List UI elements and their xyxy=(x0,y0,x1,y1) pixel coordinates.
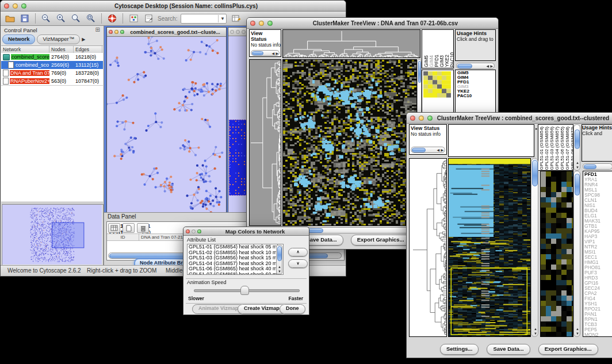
tv2-heatmap[interactable] xyxy=(448,158,531,337)
table-edit-icon[interactable] xyxy=(230,13,242,24)
close-button[interactable] xyxy=(230,30,234,34)
zoom-button[interactable] xyxy=(267,21,273,26)
vizmapper-icon[interactable] xyxy=(128,13,139,24)
select-attributes-icon[interactable] xyxy=(108,223,120,233)
tab-overflow-icon[interactable]: ▶ xyxy=(82,37,85,42)
scrollbar-thumb[interactable] xyxy=(575,174,580,196)
scrollbar-thumb[interactable] xyxy=(252,51,263,55)
dialog-titlebar[interactable]: Map Colors to Network xyxy=(183,227,309,236)
minimize-button[interactable] xyxy=(419,116,424,121)
tv1-heatmap[interactable] xyxy=(282,59,417,226)
network-list-row[interactable]: combined_sco 2569(6) 13112(15) xyxy=(1,61,103,69)
scroll-left-icon[interactable]: ◀ xyxy=(271,52,274,55)
network-list-row[interactable]: RNAPuberNov2+ 563(0) 107847(0) xyxy=(1,77,103,85)
main-titlebar[interactable]: Cytoscape Desktop (Session Name: collins… xyxy=(1,1,346,12)
attribute-list-item[interactable]: GPL51-04 (GSM857) heat shock 20 min xyxy=(188,261,283,267)
attribute-list-item[interactable]: GPL51-07 (GSM868) heat shock 60 min xyxy=(188,272,283,275)
tv2-row-dendrogram[interactable] xyxy=(409,158,447,337)
network-view-window[interactable]: combined_scores_good.txt--cluste... xyxy=(106,27,227,212)
tv2-labels-vscrollbar[interactable]: ▲ ▼ xyxy=(573,124,580,171)
zoom-button[interactable] xyxy=(197,229,201,233)
network-list-row[interactable]: combined_scores 2764(0) 16218(0) xyxy=(1,53,103,61)
network-overview-panel[interactable] xyxy=(2,204,104,266)
zoom-selected-icon[interactable] xyxy=(70,13,82,24)
tab-network[interactable]: Network xyxy=(2,35,35,44)
column-label[interactable]: GPL51-02 (GSM855) xyxy=(545,127,549,170)
network-canvas[interactable] xyxy=(107,37,226,212)
scrollbar-thumb[interactable] xyxy=(532,160,538,186)
minimize-button[interactable] xyxy=(114,30,118,34)
attribute-list-item[interactable]: GPL51-02 (GSM855) heat shock 10 min xyxy=(188,250,283,256)
scroll-up-icon[interactable]: ▲ xyxy=(576,161,579,164)
splitter-icon[interactable]: ▸ xyxy=(536,127,538,131)
zoom-button[interactable] xyxy=(427,116,433,121)
id-column-header[interactable]: ID xyxy=(107,234,139,240)
new-attribute-icon[interactable] xyxy=(123,223,135,233)
tv2-column-dendrogram[interactable] xyxy=(448,124,534,157)
scroll-down-icon[interactable]: ▼ xyxy=(534,332,537,335)
done-button[interactable]: Done xyxy=(280,304,305,314)
attribute-list-item[interactable]: GPL51-03 (GSM856) heat shock 15 min xyxy=(188,255,283,261)
column-label[interactable]: GIM5 xyxy=(424,55,429,67)
network-list-row[interactable]: DNA and Tran 07 769(0) 183728(0) xyxy=(1,69,103,77)
scrollbar-thumb[interactable] xyxy=(277,246,282,261)
column-label[interactable]: PFD1 xyxy=(434,55,439,67)
speed-slider-thumb[interactable] xyxy=(240,286,249,295)
col-network[interactable]: Network xyxy=(1,46,49,53)
attribute-list-scrollbar[interactable]: ▲ ▼ xyxy=(276,245,282,274)
attribute-list-item[interactable]: GPL51-06 (GSM865) heat shock 40 min xyxy=(188,266,283,272)
network-overview-canvas[interactable] xyxy=(2,205,102,265)
column-label[interactable]: GPL51-03 (GSM856) xyxy=(550,127,554,170)
scroll-left-icon[interactable]: ◀ xyxy=(486,64,489,68)
scrollbar-thumb[interactable] xyxy=(584,164,596,169)
scrollbar-thumb[interactable] xyxy=(457,64,472,68)
scroll-right-icon[interactable]: ▶ xyxy=(441,148,443,152)
column-label[interactable]: GIM4 xyxy=(429,55,434,67)
treeview2-titlebar[interactable]: ClusterMaker TreeView : combined_scores_… xyxy=(407,113,612,124)
tv2-hints-scrollbar[interactable] xyxy=(583,163,612,170)
help-ring-icon[interactable] xyxy=(106,13,118,24)
minimize-button[interactable] xyxy=(192,229,196,233)
animate-vizmap-button[interactable]: Animate Vizmap xyxy=(192,304,244,314)
tv1-column-dendrogram[interactable] xyxy=(282,29,420,58)
network-list-empty-area[interactable] xyxy=(1,85,103,201)
scroll-down-icon[interactable]: ▼ xyxy=(576,166,579,169)
minimize-button[interactable] xyxy=(13,3,18,9)
delete-attribute-icon[interactable] xyxy=(137,223,149,233)
close-button[interactable] xyxy=(109,30,113,34)
close-button[interactable] xyxy=(250,21,255,26)
create-vizmap-button[interactable]: Create Vizmap xyxy=(238,304,286,314)
gene-label[interactable]: PAC10 xyxy=(457,94,495,98)
save-icon[interactable] xyxy=(19,13,30,24)
treeview-button[interactable]: Settings... xyxy=(440,344,479,355)
float-panel-icon[interactable]: ⊞ xyxy=(95,26,100,33)
tv1-row-dendrogram[interactable] xyxy=(249,59,281,226)
tv1-status-scrollbar[interactable]: ◀ ▶ xyxy=(251,50,280,56)
tv2-detail-vscrollbar[interactable]: ▲ ▼ xyxy=(573,171,580,337)
zoom-in-icon[interactable] xyxy=(55,13,67,24)
move-up-button[interactable]: ∧ xyxy=(288,248,308,256)
tv1-thumbnail-matrix[interactable] xyxy=(423,71,451,98)
zoom-button[interactable] xyxy=(21,3,26,9)
scroll-down-icon[interactable]: ▼ xyxy=(576,332,579,335)
zoom-button[interactable] xyxy=(242,30,246,34)
attribute-list-item[interactable]: GPL51-01 (GSM854) heat shock 05 min xyxy=(188,244,283,250)
column-label[interactable]: GPL51-04 (GSM857) xyxy=(555,127,560,170)
close-button[interactable] xyxy=(4,3,9,9)
tv2-detail-view[interactable] xyxy=(540,171,573,337)
scroll-up-icon[interactable]: ▲ xyxy=(278,265,281,269)
scroll-up-icon[interactable]: ▲ xyxy=(534,327,537,331)
scroll-down-icon[interactable]: ▼ xyxy=(278,270,281,273)
gene-label[interactable]: MON2 xyxy=(584,332,612,337)
move-down-button[interactable]: ∨ xyxy=(288,259,308,268)
close-button[interactable] xyxy=(410,116,415,121)
close-button[interactable] xyxy=(186,229,190,233)
tab-vizmapper[interactable]: VizMapper™ xyxy=(37,35,80,44)
search-input[interactable]: ▼ xyxy=(181,14,227,24)
treeview-button[interactable]: Export Graphics... xyxy=(351,235,411,246)
tv2-heatmap-vscrollbar[interactable]: ▲ ▼ xyxy=(531,158,538,337)
treeview-button[interactable]: Save Data... xyxy=(487,344,530,355)
scroll-right-icon[interactable]: ▶ xyxy=(490,64,493,68)
zoom-fit-icon[interactable] xyxy=(85,13,97,24)
zoom-out-icon[interactable] xyxy=(40,13,52,24)
